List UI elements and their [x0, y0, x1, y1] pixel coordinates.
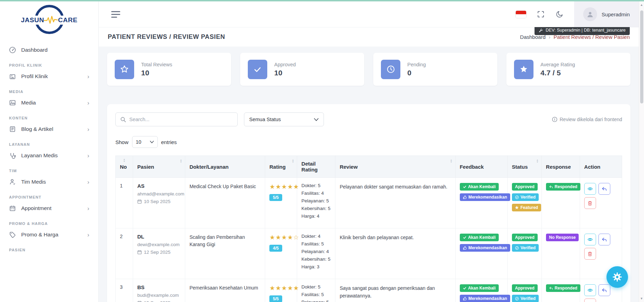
chevron-right-icon: › — [87, 232, 89, 238]
stat-card-approved: Approved10 — [240, 53, 364, 86]
detail-line: Dokter: 5 — [301, 183, 331, 188]
patient-email: budi@example.com — [137, 293, 181, 298]
star-icon: ★ — [515, 205, 519, 210]
cell-review: Klinik bersih dan pelayanan cepat. — [335, 228, 455, 279]
sidebar-item-promo-harga[interactable]: Promo & Harga › — [8, 227, 91, 242]
reply-icon — [602, 186, 607, 192]
return-badge: Akan Kembali — [460, 284, 499, 292]
col-header-feedback[interactable]: Feedback — [455, 156, 507, 178]
cell-review: Saya sangat puas dengan pemeriksaan dan … — [335, 279, 455, 302]
moon-icon[interactable] — [555, 10, 564, 18]
settings-fab-button[interactable] — [606, 266, 628, 288]
scroll-up-arrow-icon[interactable]: ▲ — [639, 3, 644, 7]
table-header-row: ▲▼No ▲▼Pasien Dokter/Layanan ▲▼Rating De… — [116, 156, 622, 178]
sidebar-item-tim-medis[interactable]: Tim Medis › — [8, 174, 91, 190]
fullscreen-icon[interactable] — [537, 10, 545, 18]
sidebar-item-label: Profil Klinik — [21, 73, 82, 79]
stat-card-average-rating: Average Rating4.7 / 5 — [506, 53, 630, 86]
cell-rating: ★★★★★ 5/5 — [265, 178, 297, 228]
cell-no: 3 — [116, 279, 133, 302]
status-badge-verified: Verified — [512, 193, 539, 201]
delete-button[interactable] — [584, 197, 596, 209]
indonesia-flag-icon[interactable] — [516, 11, 526, 18]
status-badge-approved: Approved — [512, 234, 538, 241]
scroll-down-arrow-icon[interactable]: ▼ — [639, 297, 644, 300]
status-badge-featured: ★Featured — [512, 204, 541, 211]
gauge-icon — [9, 47, 16, 53]
col-header-rating[interactable]: ▲▼Rating — [265, 156, 297, 178]
patient-initials: AS — [137, 183, 181, 189]
sidebar-section-profil-klinik: PROFIL KLINIK — [9, 63, 89, 67]
check-icon — [463, 286, 466, 290]
vertical-scrollbar[interactable]: ▲ ▼ — [639, 1, 644, 302]
cell-response: Responded — [541, 178, 580, 228]
reply-button[interactable] — [598, 284, 610, 296]
sidebar-toggle-button[interactable] — [111, 11, 120, 18]
stat-card-total-reviews: Total Reviews10 — [107, 53, 231, 86]
sidebar-section-media: MEDIA — [9, 90, 89, 94]
page-size-value: 10 — [136, 139, 141, 145]
delete-button[interactable] — [584, 248, 596, 260]
recommend-badge: Merekomendasikan — [460, 295, 510, 302]
brand-logo[interactable]: JASUN CARE — [0, 1, 98, 39]
sidebar-item-appointment[interactable]: Appointment › — [8, 201, 91, 216]
view-button[interactable] — [584, 284, 596, 296]
scrollbar-thumb[interactable] — [640, 10, 643, 103]
rating-badge: 5/5 — [269, 194, 282, 201]
status-badge-approved: Approved — [512, 183, 538, 191]
cell-pasien: DL dewi@example.com 12 Sep 2025 — [133, 228, 185, 279]
sidebar-item-blog-artikel[interactable]: Blog & Artikel › — [8, 121, 91, 137]
detail-line: Harga: 3 — [301, 264, 331, 269]
reply-icon — [549, 286, 553, 290]
main-content: Total Reviews10 Approved10 Pending0 Aver… — [99, 47, 639, 302]
sidebar-item-profil-klinik[interactable]: Profil Klinik › — [8, 69, 91, 84]
sidebar-section-promo-harga: PROMO & HARGA — [9, 221, 89, 226]
chevron-right-icon: › — [87, 153, 89, 159]
show-label: Show — [115, 139, 129, 145]
return-badge: Akan Kembali — [460, 183, 499, 191]
col-header-no[interactable]: ▲▼No — [116, 156, 133, 178]
col-header-status[interactable]: ▲▼Status — [507, 156, 541, 178]
view-button[interactable] — [584, 183, 596, 195]
return-badge: Akan Kembali — [460, 234, 499, 241]
reply-button[interactable] — [598, 183, 610, 195]
reply-icon — [602, 288, 607, 293]
page-size-select[interactable]: 10 — [132, 136, 158, 148]
thumbs-up-icon — [463, 297, 467, 301]
patient-email: ahmad@example.com — [137, 191, 181, 196]
medical-person-icon — [9, 178, 16, 185]
cell-service: Medical Check Up Paket Basic — [185, 178, 265, 228]
col-header-action[interactable]: Action — [580, 156, 622, 178]
sidebar-item-label: Tim Medis — [21, 179, 82, 185]
search-box — [115, 112, 238, 126]
status-filter-select[interactable]: Semua Status — [244, 112, 324, 126]
col-header-response[interactable]: Response — [541, 156, 580, 178]
table-row: 1 AS ahmad@example.com 10 Sep 2025 Medic… — [116, 178, 622, 228]
delete-button[interactable] — [584, 299, 596, 302]
trash-icon — [587, 251, 593, 257]
stats-row: Total Reviews10 Approved10 Pending0 Aver… — [107, 53, 630, 86]
cell-action — [580, 178, 622, 228]
sidebar-menu: Dashboard PROFIL KLINIK Profil Klinik › … — [0, 39, 98, 252]
sidebar-item-label: Dashboard — [21, 47, 89, 53]
sidebar-item-media[interactable]: Media › — [8, 95, 91, 110]
detail-line: Kebersihan: 5 — [301, 206, 331, 211]
col-header-pasien[interactable]: ▲▼Pasien — [133, 156, 185, 178]
reply-icon — [602, 237, 607, 242]
topbar: Superadmin — [99, 1, 639, 27]
brand-name-right: CARE — [58, 16, 78, 25]
reply-button[interactable] — [598, 234, 610, 245]
search-input[interactable] — [129, 117, 233, 122]
col-header-review[interactable]: ▲▼Review — [335, 156, 455, 178]
col-header-dokter-layanan[interactable]: Dokter/Layanan — [185, 156, 265, 178]
sidebar-item-dashboard[interactable]: Dashboard — [8, 42, 91, 58]
cell-rating: ★★★★☆ 4/5 — [265, 228, 297, 279]
col-header-detail-rating[interactable]: Detail Rating — [297, 156, 335, 178]
eye-icon — [587, 186, 593, 192]
image-icon — [9, 99, 16, 106]
view-button[interactable] — [584, 234, 596, 245]
patient-date: 12 Sep 2025 — [144, 250, 171, 255]
user-menu[interactable]: Superadmin — [574, 1, 639, 27]
price-tag-icon — [9, 231, 16, 238]
sidebar-item-layanan-medis[interactable]: Layanan Medis › — [8, 148, 91, 163]
